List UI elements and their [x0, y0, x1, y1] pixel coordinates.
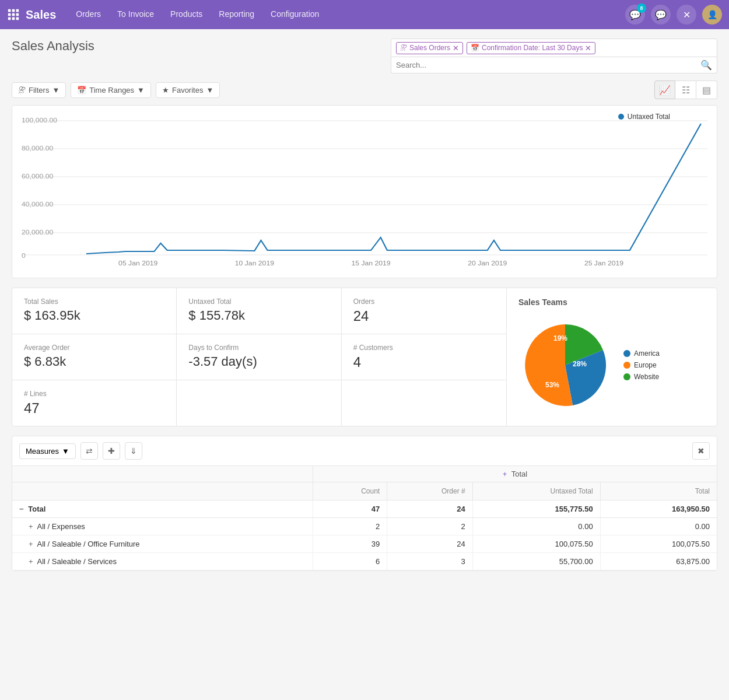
measures-button[interactable]: Measures ▼ [19, 443, 76, 459]
swap-axes-btn[interactable]: ⇄ [80, 442, 98, 460]
table-row-furniture: + All / Saleable / Office Furniture 39 2… [12, 536, 717, 553]
row-count-total: 47 [313, 501, 387, 518]
filter-tag-remove[interactable]: ✕ [453, 44, 459, 52]
stat-customers-value: 4 [353, 354, 495, 370]
america-label: America [634, 349, 660, 358]
row-label-expenses: + All / Expenses [12, 518, 313, 536]
row-label-services: + All / Saleable / Services [12, 553, 313, 570]
filter-tag-sales-orders[interactable]: ⛈ Sales Orders ✕ [396, 42, 463, 54]
svg-rect-4 [12, 13, 15, 16]
menu-to-invoice[interactable]: To Invoice [109, 0, 162, 29]
stat-untaxed-total: Untaxed Total $ 155.78k [177, 288, 341, 334]
line-chart: Untaxed Total 0 20,000.00 40,000.00 60,0… [12, 105, 717, 278]
svg-rect-5 [16, 13, 19, 16]
view-toggle-group: 📈 ☷ ▤ [654, 80, 717, 99]
time-ranges-chevron: ▼ [137, 86, 145, 94]
svg-text:53%: 53% [545, 381, 559, 389]
time-ranges-label: Time Ranges [89, 86, 134, 94]
th-row-label [12, 482, 313, 501]
stat-orders: Orders 24 [342, 288, 506, 334]
svg-text:100,000.00: 100,000.00 [22, 117, 57, 124]
favorites-chevron: ▼ [206, 86, 213, 94]
view-toolbar: ⛈ Filters ▼ 📅 Time Ranges ▼ ★ Favorites … [12, 80, 717, 99]
europe-dot [623, 362, 630, 369]
minus-toggle[interactable]: − [19, 505, 24, 513]
plus-toggle-expenses[interactable]: + [29, 522, 33, 531]
legend-dot-untaxed [618, 114, 624, 120]
table-row-expenses: + All / Expenses 2 2 0.00 0.00 [12, 518, 717, 536]
svg-text:15 Jan 2019: 15 Jan 2019 [352, 260, 391, 267]
graph-view-btn[interactable]: 📈 [654, 80, 675, 99]
svg-text:40,000.00: 40,000.00 [22, 201, 53, 208]
user-avatar[interactable]: 👤 [702, 5, 722, 24]
svg-rect-1 [12, 9, 15, 12]
row-count-furniture: 39 [313, 536, 387, 553]
svg-rect-6 [8, 18, 11, 20]
chart-legend: Untaxed Total [618, 113, 670, 121]
row-total-expenses: 0.00 [600, 518, 717, 536]
time-ranges-button[interactable]: 📅 Time Ranges ▼ [71, 82, 151, 98]
th-untaxed-total: Untaxed Total [472, 482, 600, 501]
bar-chart-view-btn[interactable]: ▤ [696, 80, 717, 99]
table-row-services: + All / Saleable / Services 6 3 55,700.0… [12, 553, 717, 570]
messages-badge: 8 [637, 4, 646, 13]
filters-button[interactable]: ⛈ Filters ▼ [12, 82, 66, 98]
filter-tag-date[interactable]: 📅 Confirmation Date: Last 30 Days ✕ [467, 42, 595, 54]
stats-grid: Total Sales $ 163.95k Untaxed Total $ 15… [12, 288, 507, 426]
stat-avg-label: Average Order [24, 344, 164, 352]
pie-chart-title: Sales Teams [518, 298, 705, 307]
fullscreen-btn[interactable]: ✖ [692, 442, 710, 460]
svg-rect-0 [8, 9, 11, 12]
pivot-table-section: Measures ▼ ⇄ ✚ ⇓ ✖ + Total Count [12, 436, 717, 571]
row-orders-total: 24 [387, 501, 473, 518]
search-input[interactable] [396, 61, 700, 69]
stat-orders-label: Orders [353, 298, 495, 306]
filter-tag-date-label: Confirmation Date: Last 30 Days [482, 44, 583, 52]
plus-toggle-services[interactable]: + [29, 557, 33, 566]
expand-all-btn[interactable]: ✚ [103, 442, 120, 460]
america-dot [623, 350, 630, 357]
menu-orders[interactable]: Orders [68, 0, 109, 29]
top-navigation: Sales Orders To Invoice Products Reporti… [0, 0, 729, 29]
menu-configuration[interactable]: Configuration [262, 0, 327, 29]
row-total-total: 163,950.50 [600, 501, 717, 518]
calendar-icon: 📅 [471, 44, 479, 52]
expenses-label: All / Expenses [37, 522, 85, 531]
favorites-button[interactable]: ★ Favorites ▼ [156, 82, 220, 98]
stat-avg-order: Average Order $ 6.83k [12, 334, 177, 380]
website-dot [623, 373, 630, 380]
grid-menu-icon[interactable] [7, 8, 20, 21]
menu-products[interactable]: Products [162, 0, 211, 29]
star-icon: ★ [162, 86, 169, 94]
filters-label: Filters [29, 86, 49, 94]
row-untaxed-furniture: 100,075.50 [472, 536, 600, 553]
table-view-btn[interactable]: ☷ [675, 80, 696, 99]
stats-pie-section: Total Sales $ 163.95k Untaxed Total $ 15… [12, 288, 717, 426]
search-icon[interactable]: 🔍 [700, 60, 712, 71]
row-label-total: − Total [12, 501, 313, 518]
row-untaxed-expenses: 0.00 [472, 518, 600, 536]
stat-days-confirm: Days to Confirm -3.57 day(s) [177, 334, 341, 380]
plus-toggle-furniture[interactable]: + [29, 540, 33, 548]
filter-tag-label: Sales Orders [409, 44, 450, 52]
app-name: Sales [26, 8, 56, 22]
messages-icon-btn[interactable]: 💬 8 [625, 5, 645, 24]
th-order-num: Order # [387, 482, 473, 501]
pie-legend-website: Website [623, 373, 660, 381]
chat-icon-btn[interactable]: 💬 [651, 5, 671, 24]
row-count-services: 6 [313, 553, 387, 570]
page-title: Sales Analysis [12, 38, 94, 54]
filter-tag-date-remove[interactable]: ✕ [585, 44, 591, 52]
svg-text:60,000.00: 60,000.00 [22, 173, 53, 180]
close-icon-btn[interactable]: ✕ [677, 5, 696, 24]
stat-empty-1 [177, 380, 341, 426]
favorites-label: Favorites [172, 86, 203, 94]
menu-reporting[interactable]: Reporting [211, 0, 262, 29]
pivot-table: + Total Count Order # Untaxed Total Tota… [12, 466, 717, 570]
stat-lines-value: 47 [24, 400, 164, 416]
th-total: Total [600, 482, 717, 501]
stat-total-sales-label: Total Sales [24, 298, 164, 306]
download-btn[interactable]: ⇓ [125, 442, 142, 460]
stat-customers-label: # Customers [353, 344, 495, 352]
page-header: Sales Analysis ⛈ Sales Orders ✕ 📅 Confir… [12, 38, 717, 74]
